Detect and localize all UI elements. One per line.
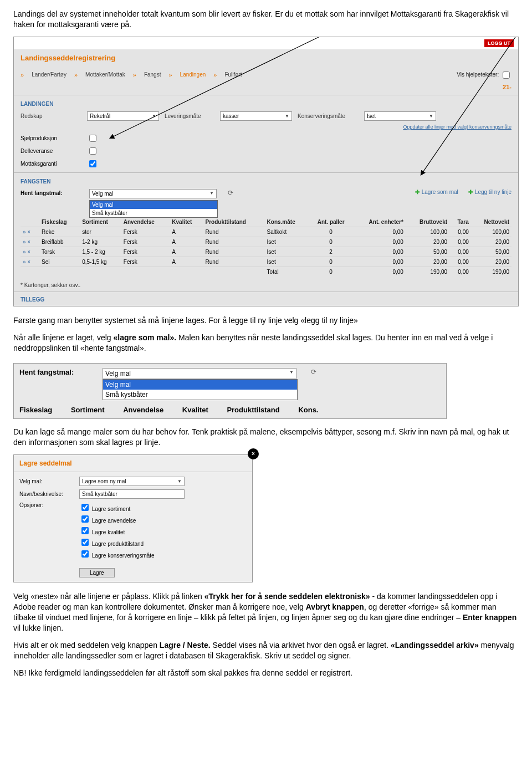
opt-1-label: Lagre anvendelse [92, 518, 136, 524]
table-row[interactable]: » × Torsk1,5 - 2 kgFerskA RundIset 20,00… [21, 247, 511, 257]
chevron-icon: » [213, 71, 217, 78]
app-screenshot-main: LOGG UT Landingsseddelregistrering »Land… [13, 37, 519, 306]
app-title: Landingsseddelregistrering [14, 49, 518, 67]
mini-hent-dropdown[interactable]: Velg mal [103, 368, 296, 379]
chevron-icon: » [21, 71, 24, 78]
para2a: Første gang man benytter systemet så må … [13, 315, 519, 326]
crumb-0[interactable]: Lander/Fartøy [32, 71, 66, 78]
table-row[interactable]: » × Breiflabb1-2 kgFerskA RundIset 00,00… [21, 237, 511, 247]
mini-hent-list: Velg mal Små kystbåter [103, 379, 298, 400]
lagre-button[interactable]: Lagre [79, 568, 115, 577]
help-toggle[interactable]: Vis hjelpetekster: [457, 70, 511, 80]
section-fangsten: FANGSTEN [14, 172, 518, 187]
mini-head-2: Anvendelse [123, 406, 163, 414]
chevron-icon: » [168, 71, 172, 78]
section-tillegg: TILLEGG [14, 292, 518, 306]
mini-screenshot-hent: Hent fangstmal: Velg mal Velg mal Små ky… [13, 363, 447, 419]
opt-3-label: Lagre produkttilstand [92, 541, 144, 547]
crumb-2[interactable]: Fangst [144, 71, 161, 78]
intro-paragraph: Landings del av systemet inneholder tota… [13, 9, 519, 30]
lever-dropdown[interactable]: kasser [220, 111, 292, 121]
plus-icon: ✚ [468, 189, 473, 195]
table-footnote: * Kartonger, sekker osv.. [14, 279, 518, 292]
opt-2-checkbox[interactable] [81, 527, 89, 534]
lever-label: Leveringsmåte [165, 113, 214, 119]
save-template-dialog: × Lagre seddelmal Velg mal: Lagre som ny… [13, 454, 253, 582]
hent-dropdown-list: Velg mal Små kystbåter [89, 200, 218, 218]
refresh-icon[interactable]: ⟳ [228, 189, 233, 197]
th-tara: Tara [449, 217, 471, 227]
lagre-som-mal-link[interactable]: ✚Lagre som mal [415, 189, 458, 195]
para3: Du kan lage så mange maler som du har be… [13, 427, 519, 448]
para2b: Når alle linjene er laget, velg «lagre s… [13, 333, 519, 354]
table-total-row: Total 00,00 190,000,00190,00 [21, 267, 511, 277]
legg-til-linje-link[interactable]: ✚Legg til ny linje [468, 189, 511, 195]
opt-1-checkbox[interactable] [81, 515, 89, 523]
dellev-checkbox[interactable] [89, 147, 96, 155]
th-anv: Anvendelse [121, 217, 170, 227]
close-icon[interactable]: × [248, 448, 259, 459]
th-prod: Produkttilstand [203, 217, 265, 227]
opt-0-checkbox[interactable] [81, 504, 89, 511]
hent-option-0[interactable]: Velg mal [90, 201, 217, 209]
opt-0-label: Lagre sortiment [92, 506, 130, 512]
th-kval: Kvalitet [170, 217, 203, 227]
para4: Velg «neste» når alle linjene er påplass… [13, 591, 519, 633]
redskap-dropdown[interactable]: Reketrål [87, 111, 159, 121]
table-row[interactable]: » × RekestorFerskA RundSaltkokt 00,00 10… [21, 227, 511, 237]
opt-4-checkbox[interactable] [81, 550, 89, 558]
opsjoner-label: Opsjoner: [19, 502, 75, 508]
help-checkbox[interactable] [503, 71, 510, 79]
expand-icon[interactable]: » × [23, 229, 30, 235]
table-row[interactable]: » × Sei0,5-1,5 kgFerskA RundIset 00,00 2… [21, 257, 511, 267]
update-all-link[interactable]: Oppdater alle linjer med valgt konserver… [403, 124, 511, 130]
chevron-icon: » [133, 71, 136, 78]
opsjoner-group: Lagre sortiment Lagre anvendelse Lagre k… [79, 502, 155, 560]
mini-hent-label: Hent fangstmal: [19, 368, 91, 376]
th-paller: Ant. paller [309, 217, 352, 227]
th-enh: Ant. enheter* [352, 217, 406, 227]
page-number: 21- [14, 84, 518, 93]
section-landingen: LANDINGEN [14, 95, 518, 109]
hent-dropdown[interactable]: Velg mal [89, 189, 217, 198]
expand-icon[interactable]: » × [23, 249, 30, 255]
plus-icon: ✚ [415, 189, 420, 195]
opt-2-label: Lagre kvalitet [92, 529, 125, 535]
opt-3-checkbox[interactable] [81, 539, 89, 546]
th-brutto: Bruttovekt [406, 217, 449, 227]
velg-mal-dropdown[interactable]: Lagre som ny mal [79, 477, 185, 486]
hent-option-1[interactable]: Små kystbåter [90, 209, 217, 217]
konserv-dropdown[interactable]: Iset [364, 111, 436, 121]
breadcrumb: »Lander/Fartøy »Mottaker/Mottak »Fangst … [14, 67, 518, 84]
catch-table: Fiskeslag Sortiment Anvendelse Kvalitet … [21, 217, 511, 277]
mini-head-4: Produkttilstand [227, 406, 279, 414]
th-kons: Kons.måte [265, 217, 310, 227]
mini-opt-1[interactable]: Små kystbåter [103, 390, 297, 400]
hent-label: Hent fangstmal: [21, 189, 81, 196]
dellev-label: Delleveranse [21, 148, 81, 154]
chevron-icon: » [74, 71, 78, 78]
expand-icon[interactable]: » × [23, 239, 30, 245]
mini-head-3: Kvalitet [182, 406, 208, 414]
logout-button[interactable]: LOGG UT [484, 39, 514, 47]
mottak-checkbox[interactable] [89, 160, 96, 167]
th-netto: Nettovekt [471, 217, 511, 227]
crumb-4[interactable]: Fullført [224, 71, 242, 78]
mini-head-0: Fiskeslag [19, 406, 52, 414]
refresh-icon[interactable]: ⟳ [311, 368, 316, 376]
konserv-label: Konserveringsmåte [298, 113, 359, 119]
para5: Hvis alt er ok med seddelen velg knappen… [13, 640, 519, 661]
th-sort: Sortiment [80, 217, 121, 227]
navn-label: Navn/beskrivelse: [19, 491, 75, 497]
th-fiske: Fiskeslag [39, 217, 80, 227]
save-title: Lagre seddelmal [14, 455, 252, 472]
expand-icon[interactable]: » × [23, 259, 30, 265]
mini-opt-0[interactable]: Velg mal [103, 380, 297, 390]
crumb-3[interactable]: Landingen [180, 71, 206, 78]
sjol-label: Sjølproduksjon [21, 135, 81, 141]
navn-input[interactable] [79, 489, 185, 499]
mini-head-5: Kons. [298, 406, 318, 414]
redskap-label: Redskap [21, 113, 81, 119]
crumb-1[interactable]: Mottaker/Mottak [85, 71, 125, 78]
sjol-checkbox[interactable] [89, 135, 96, 142]
